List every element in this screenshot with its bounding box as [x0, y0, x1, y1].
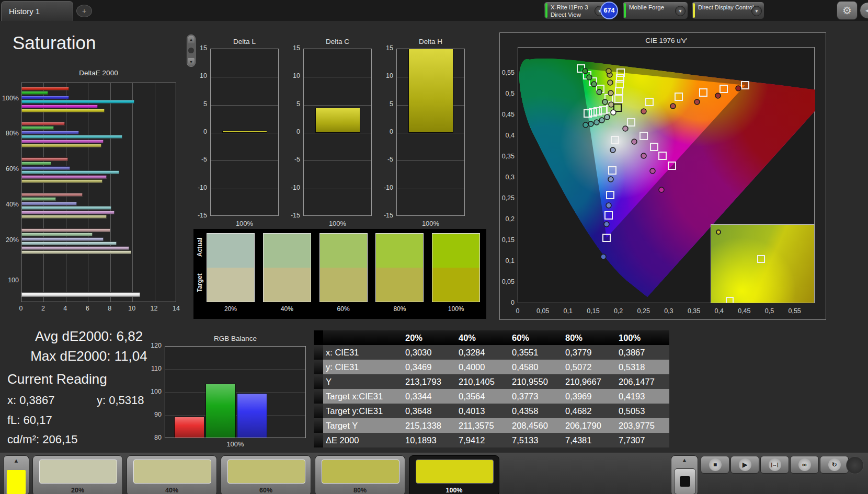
rgb-y-tick: 100 — [144, 388, 162, 395]
deltae-x-tick: 8 — [104, 305, 116, 312]
deltae-bar-20%-1 — [21, 233, 93, 236]
delta-bar — [315, 108, 360, 133]
actual-swatch-100% — [432, 233, 480, 268]
deltae-bar-80%-4 — [21, 140, 104, 143]
patch-swatch — [322, 459, 399, 484]
patch-button-20%[interactable]: 20% — [32, 455, 123, 494]
gear-icon[interactable]: ⚙ — [837, 1, 858, 20]
delta-y-tick: 10 — [188, 72, 207, 79]
chevron-down-icon[interactable]: ▼ — [675, 6, 686, 16]
refresh-button[interactable]: ↻ — [820, 456, 849, 474]
patch-control-bar: ▲ 20%40%60%80%100% ▲ ■▶|↔|∞↻ « Back Next… — [0, 453, 868, 494]
delta-y-tick: 0 — [188, 128, 207, 135]
rgb-bar-blue — [237, 393, 267, 438]
gridline — [211, 77, 278, 77]
rgb-y-tick: 110 — [144, 365, 162, 372]
deltae-bar-40%-3 — [21, 206, 111, 210]
current-patch-control[interactable]: ▲ — [3, 455, 29, 494]
rgb-bar-red — [174, 417, 204, 438]
table-gutter — [314, 404, 323, 418]
current-x-value: x: 0,3867 — [7, 394, 55, 407]
meter-instrument[interactable]: X-Rite i1Pro 3 Direct View ▼ — [544, 2, 608, 19]
table-value: 0,3779 — [563, 345, 616, 360]
cie-measured-magenta — [632, 139, 637, 144]
table-col-header: 40% — [456, 330, 509, 345]
delta-y-tick: -10 — [188, 184, 207, 191]
table-col-header: 80% — [563, 330, 616, 345]
patch-button-60%[interactable]: 60% — [221, 455, 311, 494]
delta-chart-title: Delta L — [205, 38, 284, 45]
cie-measured-cyan — [588, 121, 593, 127]
stop-button[interactable]: ■ — [701, 456, 729, 474]
actual-row-label: Actual — [184, 244, 216, 257]
meter-line1: Mobile Forge — [629, 4, 664, 11]
table-value: 0,3030 — [403, 345, 456, 360]
gridline — [304, 160, 371, 161]
cie-measured-white — [611, 110, 616, 115]
table-gutter — [314, 360, 323, 374]
actual-swatch-80% — [375, 233, 424, 268]
deltae-bar-20%-3 — [21, 242, 117, 245]
gridline — [304, 189, 371, 189]
tab-history-1[interactable]: History 1 — [1, 1, 73, 21]
cie-measured-cyan — [599, 118, 604, 123]
target-swatch-40% — [263, 268, 311, 302]
delta-y-tick: 5 — [281, 100, 300, 108]
gridline — [110, 83, 111, 302]
rgb-x-label: 100% — [165, 440, 306, 448]
gridline — [397, 189, 464, 189]
table-col-header: 100% — [616, 330, 669, 345]
patch-label: 80% — [315, 487, 405, 494]
playlist-up-icon[interactable]: ▲ — [671, 457, 698, 463]
deltae-x-tick: 4 — [59, 305, 72, 312]
cie-measured-green — [597, 89, 602, 95]
spinner-knob[interactable] — [188, 48, 194, 53]
table-value: 0,5318 — [616, 360, 669, 374]
cie-measured-blue — [604, 222, 609, 227]
play-button[interactable]: ▶ — [730, 456, 759, 474]
table-value: 0,3284 — [456, 345, 509, 360]
deltae-bar-20%-0 — [21, 228, 110, 232]
page-title: Saturation — [13, 32, 96, 53]
cie-measured-magenta — [659, 187, 664, 192]
patch-up-icon[interactable]: ▲ — [4, 457, 29, 464]
table-row: ΔE 200010,18937,94127,51337,43817,7307 — [314, 433, 669, 447]
patch-swatch — [227, 459, 305, 484]
gridline — [211, 189, 278, 189]
patch-button-100%[interactable]: 100% — [409, 455, 499, 494]
cie-measured-yellow — [609, 102, 614, 107]
delta-y-tick: 15 — [374, 44, 393, 52]
table-row-label: y: CIE31 — [323, 360, 403, 374]
deltae-bar-100%-5 — [21, 109, 105, 112]
cie-measured-magenta — [641, 153, 646, 158]
meter-display-control[interactable]: Direct Display Control ▼ — [691, 2, 764, 19]
deltae-bar-60%-3 — [21, 170, 119, 174]
table-value: 0,3867 — [616, 345, 669, 360]
chevron-down-icon[interactable]: ▼ — [751, 6, 762, 16]
patch-swatch — [39, 459, 117, 484]
deltae-bar-40%-1 — [21, 197, 56, 201]
table-row-label: Y — [323, 374, 403, 389]
delta-bar — [408, 49, 453, 133]
table-value: 7,5133 — [509, 433, 563, 447]
delta-y-tick: 15 — [281, 44, 300, 52]
cie-measured-red — [715, 93, 721, 98]
measurement-count-badge[interactable]: 674 — [600, 2, 618, 19]
gridline — [397, 160, 464, 161]
add-tab-button[interactable]: + — [76, 5, 92, 17]
cie-measured-green — [583, 68, 588, 74]
table-value: 0,4358 — [509, 404, 563, 418]
deltae-bar-20%-2 — [21, 237, 104, 241]
step-button[interactable]: |↔| — [760, 456, 789, 474]
fl-value: fL: 60,17 — [7, 413, 52, 427]
inset-measured-point — [716, 229, 721, 235]
collapse-panel-icon[interactable]: ◀ — [860, 2, 868, 19]
meter-source[interactable]: Mobile Forge ▼ — [622, 2, 688, 19]
spinner-down-icon[interactable]: ▼ — [188, 58, 195, 66]
pattern-window-button[interactable] — [674, 468, 696, 494]
spinner-up-icon[interactable]: ▲ — [188, 36, 195, 43]
patch-button-80%[interactable]: 80% — [315, 455, 405, 494]
patch-button-40%[interactable]: 40% — [127, 455, 217, 494]
loop-button[interactable]: ∞ — [790, 456, 819, 474]
table-col-header: 20% — [403, 330, 456, 345]
